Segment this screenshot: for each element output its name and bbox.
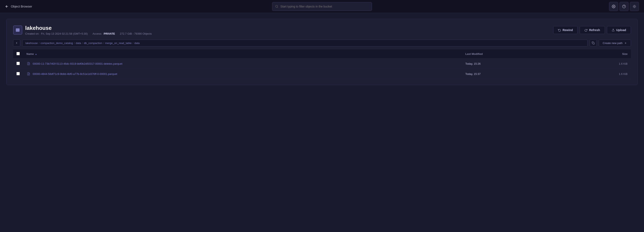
file-modified-1: Today, 15:37 xyxy=(462,69,565,79)
file-table: Name ▲ Last Modified Size xyxy=(13,49,631,79)
settings-button[interactable] xyxy=(609,2,618,11)
svg-line-12 xyxy=(636,5,636,6)
bucket-card: lakehouse Created on: Fri, Sep 13 2024 0… xyxy=(6,19,638,85)
refresh-icon xyxy=(584,29,588,32)
help-button[interactable] xyxy=(620,2,628,11)
upload-label: Upload xyxy=(616,28,626,32)
refresh-button[interactable]: Refresh xyxy=(580,26,605,34)
path-segment-1[interactable]: compaction_demo_catalog xyxy=(40,42,73,45)
col-header-last-modified: Last Modified xyxy=(462,49,565,59)
bucket-icon xyxy=(13,26,22,35)
rewind-button[interactable]: Rewind xyxy=(553,26,578,34)
upload-button[interactable]: Upload xyxy=(607,26,631,34)
upload-icon xyxy=(612,29,615,32)
path-back-icon xyxy=(15,42,18,44)
bucket-meta: Created on: Fri, Sep 13 2024 02:21:58 (G… xyxy=(25,32,152,35)
file-size-0: 1.6 KiB xyxy=(565,59,631,69)
access-label: Access: xyxy=(92,32,102,35)
theme-icon xyxy=(632,5,636,8)
path-segment-3[interactable]: db_compaction xyxy=(84,42,102,45)
svg-line-11 xyxy=(633,7,634,8)
bucket-actions: Rewind Refresh Upload xyxy=(553,26,631,34)
created-date: Fri, Sep 13 2024 02:21:58 (GMT+5:30) xyxy=(41,32,88,35)
file-name-0[interactable]: 00000-11-73b74f2f-5113-46dc-9319-bbf0b2d… xyxy=(33,62,122,65)
bucket-header: lakehouse Created on: Fri, Sep 13 2024 0… xyxy=(13,25,631,35)
search-icon xyxy=(275,5,278,8)
svg-point-1 xyxy=(613,6,614,7)
path-segment-2[interactable]: data xyxy=(76,42,81,45)
row-checkbox-1[interactable] xyxy=(16,72,20,75)
path-segment-4[interactable]: merge_on_read_table xyxy=(105,42,132,45)
table-row: 00000-4844-58df71c9-9b8d-4bf0-a77b-8c51e… xyxy=(13,69,631,79)
file-name-1[interactable]: 00000-4844-58df71c9-9b8d-4bf0-a77b-8c51e… xyxy=(33,72,117,75)
file-size-1: 1.6 KiB xyxy=(565,69,631,79)
search-bar xyxy=(272,2,372,11)
back-arrow-icon xyxy=(5,5,9,8)
path-bar-actions xyxy=(590,39,597,47)
path-bar: lakehouse / compaction_demo_catalog / da… xyxy=(22,40,588,47)
file-modified-0: Today, 15:26 xyxy=(462,59,565,69)
file-icon-1 xyxy=(26,72,30,76)
bucket-svg-icon xyxy=(15,28,20,33)
row-checkbox-0[interactable] xyxy=(16,62,20,65)
file-name-cell-1: 00000-4844-58df71c9-9b8d-4bf0-a77b-8c51e… xyxy=(23,69,462,79)
table-header: Name ▲ Last Modified Size xyxy=(13,49,631,59)
access-value: PRIVATE xyxy=(104,32,115,35)
bucket-size: 272.7 GiB - 79390 Objects xyxy=(120,32,152,35)
path-segment-0[interactable]: lakehouse xyxy=(26,42,38,45)
rewind-icon xyxy=(558,29,561,32)
search-input[interactable] xyxy=(280,5,369,8)
path-bar-container: lakehouse / compaction_demo_catalog / da… xyxy=(13,39,631,47)
create-path-icon xyxy=(624,42,627,44)
select-all-checkbox[interactable] xyxy=(16,52,20,55)
create-path-button[interactable]: Create new path xyxy=(599,40,631,47)
bucket-name: lakehouse xyxy=(25,25,152,31)
file-name-cell-0: 00000-11-73b74f2f-5113-46dc-9319-bbf0b2d… xyxy=(23,59,462,69)
svg-point-4 xyxy=(634,6,635,7)
topbar: Object Browser xyxy=(0,0,644,13)
svg-rect-13 xyxy=(16,28,20,32)
sort-arrow-icon: ▲ xyxy=(35,53,37,55)
svg-rect-15 xyxy=(593,43,594,44)
bucket-title-row: lakehouse Created on: Fri, Sep 13 2024 0… xyxy=(13,25,152,35)
rewind-label: Rewind xyxy=(562,28,573,32)
created-label: Created on: xyxy=(25,32,39,35)
table-row: 00000-11-73b74f2f-5113-46dc-9319-bbf0b2d… xyxy=(13,59,631,69)
col-header-size: Size xyxy=(565,49,631,59)
svg-line-8 xyxy=(636,7,636,8)
theme-button[interactable] xyxy=(630,2,639,11)
bucket-info: lakehouse Created on: Fri, Sep 13 2024 0… xyxy=(25,25,152,35)
path-segment-5[interactable]: data xyxy=(134,42,140,45)
svg-point-0 xyxy=(276,5,278,7)
refresh-label: Refresh xyxy=(589,28,600,32)
copy-path-button[interactable] xyxy=(590,39,597,47)
create-path-label: Create new path xyxy=(603,42,622,45)
file-icon-0 xyxy=(26,62,30,66)
settings-icon xyxy=(612,5,616,8)
topbar-icon-group xyxy=(609,2,639,11)
parquet-icon xyxy=(27,62,30,65)
path-back-button[interactable] xyxy=(13,39,20,47)
main-content: lakehouse Created on: Fri, Sep 13 2024 0… xyxy=(0,13,644,91)
table-body: 00000-11-73b74f2f-5113-46dc-9319-bbf0b2d… xyxy=(13,59,631,79)
back-label: Object Browser xyxy=(11,5,32,8)
parquet-icon-1 xyxy=(27,72,30,75)
col-name-label: Name xyxy=(26,52,34,56)
col-header-name: Name ▲ xyxy=(23,49,462,59)
help-icon xyxy=(622,5,626,8)
svg-line-7 xyxy=(633,5,634,6)
back-button[interactable]: Object Browser xyxy=(5,5,32,8)
copy-icon xyxy=(592,42,595,44)
